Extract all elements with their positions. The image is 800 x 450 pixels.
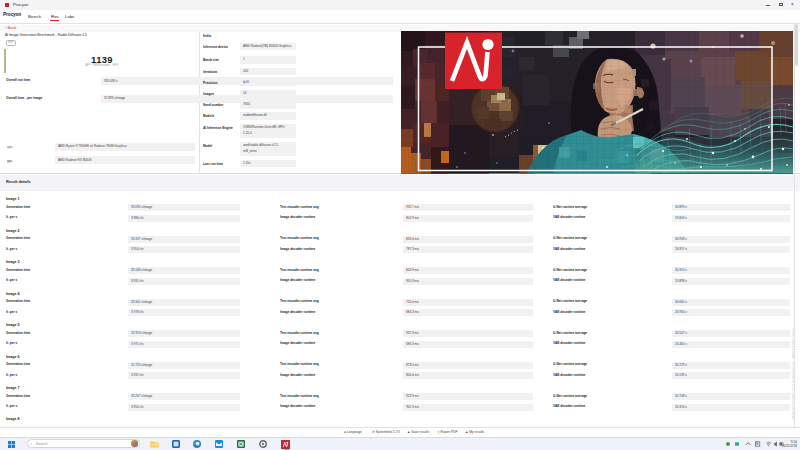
svg-text:A: A (756, 442, 759, 446)
